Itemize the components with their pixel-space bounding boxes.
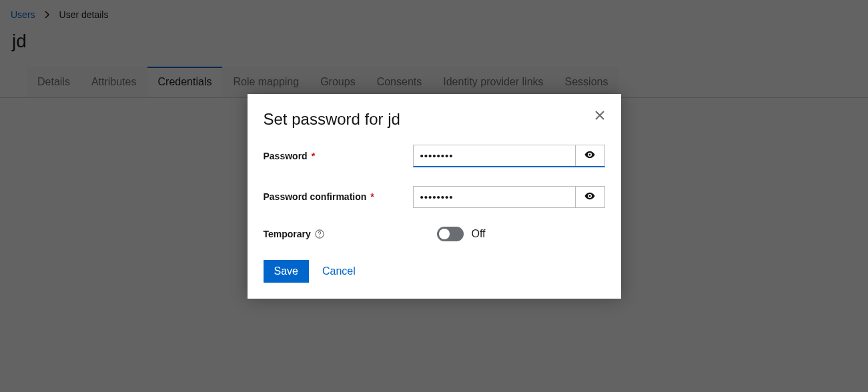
- password-label: Password *: [264, 151, 413, 161]
- required-star: *: [312, 151, 315, 161]
- cancel-button[interactable]: Cancel: [322, 265, 356, 277]
- modal-overlay: Set password for jd Password * Password …: [0, 0, 868, 392]
- temporary-label-text: Temporary: [264, 229, 311, 239]
- temporary-label: Temporary: [264, 229, 413, 239]
- toggle-password-visibility[interactable]: [575, 145, 604, 166]
- temporary-switch[interactable]: [437, 227, 464, 241]
- password-confirm-label: Password confirmation *: [264, 191, 413, 202]
- modal-title: Set password for jd: [264, 110, 605, 129]
- password-input[interactable]: [414, 145, 575, 166]
- required-star: *: [370, 191, 374, 202]
- save-button[interactable]: Save: [264, 260, 309, 283]
- temporary-toggle-wrap: Off: [413, 227, 605, 241]
- toggle-password-confirm-visibility[interactable]: [575, 187, 604, 207]
- password-confirm-input[interactable]: [414, 187, 575, 207]
- temporary-state-text: Off: [472, 228, 486, 240]
- close-button[interactable]: [592, 109, 608, 125]
- form-row-password: Password *: [264, 145, 605, 167]
- eye-icon: [584, 149, 596, 163]
- set-password-modal: Set password for jd Password * Password …: [248, 94, 621, 299]
- help-icon[interactable]: [315, 229, 324, 239]
- modal-actions: Save Cancel: [264, 260, 605, 283]
- password-input-group: [413, 145, 605, 167]
- eye-icon: [584, 190, 596, 204]
- form-row-password-confirm: Password confirmation *: [264, 186, 605, 208]
- password-confirm-label-text: Password confirmation: [264, 191, 367, 202]
- password-label-text: Password: [264, 151, 308, 161]
- close-icon: [595, 109, 604, 123]
- form-row-temporary: Temporary Off: [264, 227, 605, 241]
- password-confirm-input-group: [413, 186, 605, 208]
